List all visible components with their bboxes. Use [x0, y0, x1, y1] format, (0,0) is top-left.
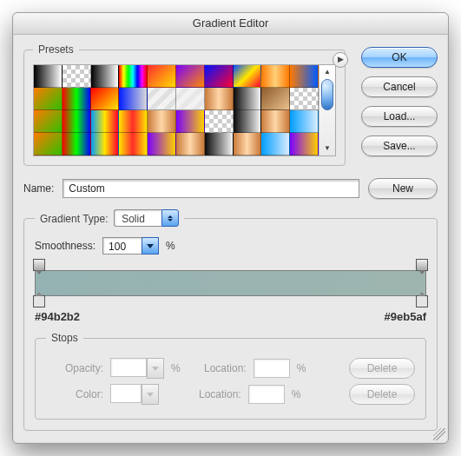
preset-swatch[interactable]	[290, 110, 319, 133]
preset-swatch[interactable]	[234, 65, 262, 88]
preset-swatch[interactable]	[261, 133, 290, 155]
preset-swatch[interactable]	[261, 65, 290, 88]
delete-opacity-stop-button: Delete	[349, 358, 415, 379]
preset-grid[interactable]	[34, 65, 319, 155]
cancel-button[interactable]: Cancel	[361, 76, 438, 97]
scroll-down-icon[interactable]: ▼	[319, 142, 335, 155]
window-title: Gradient Editor	[13, 13, 448, 35]
smoothness-input[interactable]: 100	[102, 237, 159, 255]
color-stop-right[interactable]	[416, 295, 428, 307]
preset-swatch[interactable]	[34, 110, 63, 133]
preset-swatch[interactable]	[205, 65, 234, 88]
preset-swatch[interactable]	[205, 110, 234, 133]
preset-swatch[interactable]	[148, 65, 176, 88]
preset-swatch[interactable]	[261, 110, 290, 133]
preset-swatch[interactable]	[91, 88, 120, 110]
preset-swatch[interactable]	[63, 88, 91, 110]
location-label: Location:	[188, 362, 247, 374]
name-label: Name:	[23, 182, 54, 195]
delete-color-stop-button: Delete	[349, 384, 415, 405]
preset-swatch[interactable]	[91, 65, 120, 88]
gradient-editor-window: Gradient Editor Presets ▶ ▲ ▼ OK Cancel …	[12, 12, 449, 444]
percent-label: %	[297, 362, 306, 374]
opacity-location-input	[254, 359, 290, 378]
preset-swatch[interactable]	[119, 88, 148, 110]
smoothness-label: Smoothness:	[35, 240, 95, 252]
preset-swatch[interactable]	[119, 110, 148, 133]
preset-swatch[interactable]	[176, 133, 205, 155]
preset-swatch[interactable]	[34, 88, 63, 110]
dropdown-icon[interactable]	[142, 237, 159, 255]
opacity-stop-left[interactable]	[33, 259, 45, 271]
presets-menu-icon[interactable]: ▶	[333, 52, 348, 68]
preset-swatch[interactable]	[148, 133, 176, 155]
opacity-stop-right[interactable]	[416, 259, 428, 271]
preset-swatch[interactable]	[234, 110, 262, 133]
preset-swatch[interactable]	[63, 133, 91, 155]
opacity-label: Opacity:	[46, 362, 103, 374]
gradient-preview[interactable]	[35, 270, 426, 296]
preset-swatch[interactable]	[91, 133, 120, 155]
save-button[interactable]: Save...	[361, 136, 438, 156]
gradient-type-select[interactable]: Solid	[114, 209, 179, 227]
stops-legend: Stops	[46, 332, 83, 344]
color-label: Color:	[46, 388, 103, 400]
preset-swatch[interactable]	[119, 133, 148, 155]
preset-swatch[interactable]	[34, 65, 63, 88]
scroll-up-icon[interactable]: ▲	[319, 65, 335, 79]
color-location-input	[248, 385, 285, 404]
hex-left: #94b2b2	[35, 310, 80, 323]
gradient-bar[interactable]	[35, 270, 426, 296]
preset-swatch[interactable]	[34, 133, 63, 155]
preset-swatch[interactable]	[234, 88, 262, 110]
stops-group: Stops Opacity: % Location: % Delete Colo…	[35, 332, 426, 420]
percent-label: %	[166, 240, 175, 252]
load-button[interactable]: Load...	[361, 106, 438, 127]
preset-swatch[interactable]	[290, 65, 319, 88]
new-button[interactable]: New	[368, 178, 438, 199]
ok-button[interactable]: OK	[361, 47, 438, 68]
preset-swatch[interactable]	[234, 133, 262, 155]
preset-swatch[interactable]	[63, 110, 91, 133]
preset-swatch[interactable]	[205, 133, 234, 155]
opacity-dropdown-icon	[147, 358, 164, 379]
preset-swatch[interactable]	[205, 88, 234, 110]
percent-label: %	[171, 362, 181, 374]
color-swatch	[110, 384, 142, 403]
preset-swatch[interactable]	[148, 88, 176, 110]
preset-swatch[interactable]	[261, 88, 290, 110]
gradient-type-label: Gradient Type:	[40, 213, 109, 225]
color-dropdown-icon	[142, 384, 159, 405]
stepper-icon[interactable]	[161, 209, 179, 227]
scrollbar-thumb[interactable]	[321, 79, 333, 110]
resize-grip-icon[interactable]	[433, 428, 445, 440]
gradient-type-value: Solid	[114, 209, 161, 227]
gradient-type-group: Gradient Type: Solid Smoothness: 100 %	[23, 209, 438, 431]
color-stop-left[interactable]	[33, 295, 45, 307]
smoothness-value: 100	[102, 237, 142, 255]
preset-swatch[interactable]	[91, 110, 120, 133]
preset-swatch[interactable]	[176, 110, 205, 133]
percent-label: %	[292, 388, 301, 400]
preset-swatch[interactable]	[176, 88, 205, 110]
preset-swatch[interactable]	[148, 110, 176, 133]
name-input[interactable]: Custom	[63, 179, 359, 198]
preset-swatch[interactable]	[119, 65, 148, 88]
preset-swatch[interactable]	[176, 65, 205, 88]
opacity-input	[110, 358, 147, 377]
location-label: Location:	[182, 388, 241, 400]
preset-swatch[interactable]	[63, 65, 91, 88]
presets-scrollbar[interactable]: ▲ ▼	[319, 65, 335, 155]
presets-legend: Presets	[33, 43, 79, 56]
hex-right: #9eb5af	[385, 310, 426, 323]
preset-swatch[interactable]	[290, 88, 319, 110]
presets-group: Presets ▶ ▲ ▼	[23, 43, 346, 166]
preset-swatch[interactable]	[290, 133, 319, 155]
